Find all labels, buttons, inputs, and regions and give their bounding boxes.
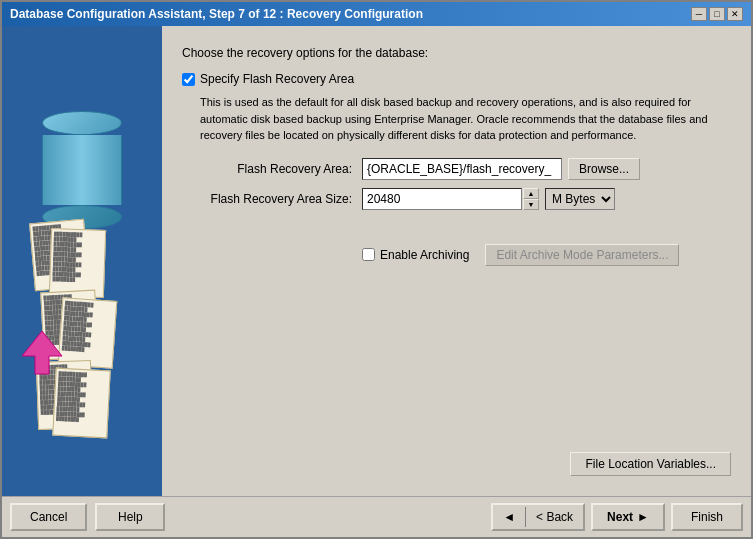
svg-marker-0: [22, 331, 62, 374]
next-arrow-icon: ►: [637, 510, 649, 524]
flash-recovery-checkbox-row: Specify Flash Recovery Area: [182, 72, 731, 86]
finish-button[interactable]: Finish: [671, 503, 743, 531]
cancel-button[interactable]: Cancel: [10, 503, 87, 531]
right-footer-buttons: ◄ < Back Next ► Finish: [491, 503, 743, 531]
enable-archiving-label[interactable]: Enable Archiving: [380, 248, 469, 262]
close-button[interactable]: ✕: [727, 7, 743, 21]
help-button[interactable]: Help: [95, 503, 165, 531]
title-bar-buttons: ─ □ ✕: [691, 7, 743, 21]
pink-arrow-icon: [17, 326, 67, 376]
instructions-text: Choose the recovery options for the data…: [182, 46, 731, 60]
next-button[interactable]: Next ►: [591, 503, 665, 531]
size-unit-select[interactable]: M Bytes G Bytes: [545, 188, 615, 210]
back-nav-group: ◄ < Back: [491, 503, 585, 531]
description-text: This is used as the default for all disk…: [200, 94, 731, 144]
back-button[interactable]: < Back: [526, 505, 583, 529]
size-spinner: ▲ ▼: [523, 188, 539, 210]
back-arrow-button[interactable]: ◄: [493, 505, 525, 529]
flash-recovery-checkbox-label[interactable]: Specify Flash Recovery Area: [200, 72, 354, 86]
db-cylinder-icon: [42, 111, 122, 211]
content-area: ████████████████████████████████████████…: [2, 26, 751, 496]
edit-archive-button[interactable]: Edit Archive Mode Parameters...: [485, 244, 679, 266]
flash-recovery-area-row: Flash Recovery Area: Browse...: [182, 158, 731, 180]
right-panel: Choose the recovery options for the data…: [162, 26, 751, 496]
left-panel: ████████████████████████████████████████…: [2, 26, 162, 496]
flash-recovery-area-input[interactable]: [362, 158, 562, 180]
archive-section: Enable Archiving Edit Archive Mode Param…: [182, 228, 731, 274]
title-bar: Database Configuration Assistant, Step 7…: [2, 2, 751, 26]
window-title: Database Configuration Assistant, Step 7…: [10, 7, 423, 21]
flash-recovery-checkbox[interactable]: [182, 73, 195, 86]
spinner-down-button[interactable]: ▼: [523, 199, 539, 210]
left-footer-buttons: Cancel Help: [10, 503, 165, 531]
flash-recovery-size-row: Flash Recovery Area Size: ▲ ▼ M Bytes G …: [182, 188, 731, 210]
enable-archiving-row: Enable Archiving Edit Archive Mode Param…: [182, 244, 731, 266]
maximize-button[interactable]: □: [709, 7, 725, 21]
file-location-button[interactable]: File Location Variables...: [570, 452, 731, 476]
spinner-up-button[interactable]: ▲: [523, 188, 539, 199]
footer-buttons: Cancel Help ◄ < Back Next ► Finish: [2, 496, 751, 537]
enable-archiving-checkbox[interactable]: [362, 248, 375, 261]
next-label: Next: [607, 510, 633, 524]
doc-sheet-6: ████████████████████████████████████████…: [52, 368, 110, 439]
flash-recovery-area-label: Flash Recovery Area:: [182, 162, 362, 176]
flash-recovery-size-label: Flash Recovery Area Size:: [182, 192, 362, 206]
illustration: ████████████████████████████████████████…: [12, 91, 152, 431]
main-window: Database Configuration Assistant, Step 7…: [0, 0, 753, 539]
file-location-row: File Location Variables...: [182, 452, 731, 476]
browse-button[interactable]: Browse...: [568, 158, 640, 180]
minimize-button[interactable]: ─: [691, 7, 707, 21]
bottom-area: File Location Variables...: [182, 274, 731, 487]
flash-recovery-size-input[interactable]: [362, 188, 522, 210]
size-input-group: ▲ ▼ M Bytes G Bytes: [362, 188, 615, 210]
doc-sheet-2: ████████████████████████████████████████…: [49, 228, 106, 298]
